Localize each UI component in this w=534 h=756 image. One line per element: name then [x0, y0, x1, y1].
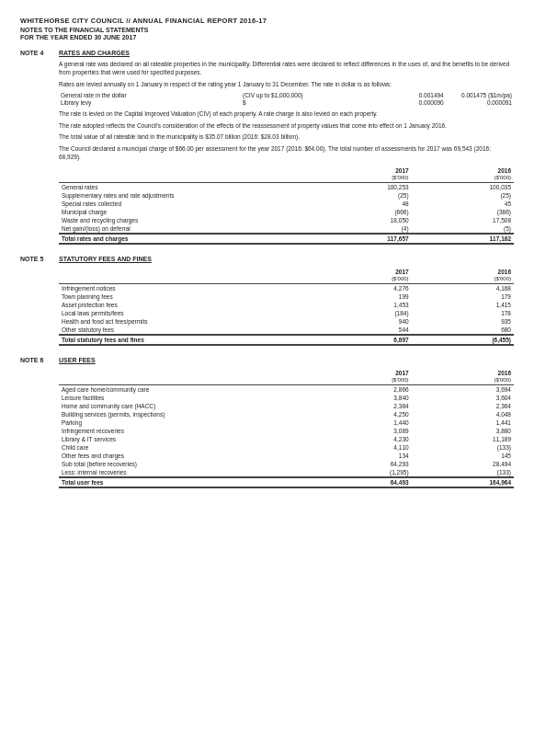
note6-section: NOTE 6 USER FEES 2017($'000) 2016($'000)… — [20, 357, 514, 488]
note6-total-row: Total user fees 64,493 164,964 — [59, 477, 514, 487]
note4-para4: The rate adopted reflects the Council's … — [59, 121, 514, 130]
table-row: Other statutory fees 544 680 — [59, 326, 514, 335]
table-row: Supplementary rates and rate adjustments… — [59, 191, 514, 200]
doc-subtitle: NOTES TO THE FINANCIAL STATEMENTS — [20, 27, 514, 33]
table-row: Net gain/(loss) on deferral (4) (5) — [59, 224, 514, 234]
note4-para5: The total value of all rateable land in … — [59, 132, 514, 141]
table-row: Local laws permits/fees (184) 178 — [59, 309, 514, 317]
table-row: Child care 4,110 (133) — [59, 443, 514, 452]
table-row: Other fees and charges 134 145 — [59, 452, 514, 460]
note4-fees-table: General rate in the dollar (CIV up to $1… — [59, 91, 514, 106]
note4-data-table: 2017($'000) 2016($'000) General rates 10… — [59, 166, 514, 245]
table-row: Less: internal recoveries (1,295) (133) — [59, 468, 514, 477]
note4-label: NOTE 4 — [20, 50, 55, 56]
table-row: Asset protection fees 1,453 1,415 — [59, 301, 514, 309]
table-row: Sub total (before recoveries) 64,293 28,… — [59, 460, 514, 468]
note4-section: NOTE 4 RATES AND CHARGES A general rate … — [20, 50, 514, 245]
table-row: Parking 1,440 1,441 — [59, 418, 514, 427]
table-row: Leisure facilities 3,840 3,604 — [59, 394, 514, 402]
note4-para3: The rate is levied on the Capital Improv… — [59, 109, 514, 118]
note4-total-row: Total rates and charges 117,657 117,182 — [59, 234, 514, 244]
table-row: Building services (permits, inspections)… — [59, 410, 514, 418]
table-row: Special rates collected 48 45 — [59, 200, 514, 208]
table-row: Municipal charge (666) (386) — [59, 208, 514, 216]
note5-title: STATUTORY FEES AND FINES — [59, 256, 152, 262]
doc-date: FOR THE YEAR ENDED 30 JUNE 2017 — [20, 34, 514, 40]
note4-para1: A general rate was declared on all ratea… — [59, 60, 514, 77]
note6-data-table: 2017($'000) 2016($'000) Aged care home/c… — [59, 369, 514, 488]
note5-section: NOTE 5 STATUTORY FEES AND FINES 2017($'0… — [20, 256, 514, 346]
doc-title: WHITEHORSE CITY COUNCIL // ANNUAL FINANC… — [20, 17, 514, 25]
table-row: Infringement recoveries 3,089 3,880 — [59, 427, 514, 435]
note4-para6: The Council declared a municipal charge … — [59, 144, 514, 162]
note4-title: RATES AND CHARGES — [59, 50, 130, 56]
table-row: Town planning fees 199 179 — [59, 292, 514, 301]
table-row: General rates 100,253 100,035 — [59, 183, 514, 192]
table-row: Home and community care (HACC) 2,384 2,3… — [59, 402, 514, 410]
note6-title: USER FEES — [59, 357, 96, 363]
note6-label: NOTE 6 — [20, 357, 55, 363]
table-row: Infringement notices 4,276 4,168 — [59, 284, 514, 293]
table-row: Aged care home/community care 2,866 3,69… — [59, 385, 514, 395]
table-row: Waste and recycling charges 18,050 17,50… — [59, 216, 514, 224]
note5-label: NOTE 5 — [20, 256, 55, 262]
table-row: Library & IT services 4,230 11,189 — [59, 435, 514, 443]
table-row: Health and food act fees/permits 940 935 — [59, 317, 514, 326]
note5-total-row: Total statutory fees and fines 6,897 (6,… — [59, 335, 514, 345]
note4-para2: Rates are levied annually on 1 January i… — [59, 80, 514, 88]
note5-data-table: 2017($'000) 2016($'000) Infringement not… — [59, 268, 514, 346]
